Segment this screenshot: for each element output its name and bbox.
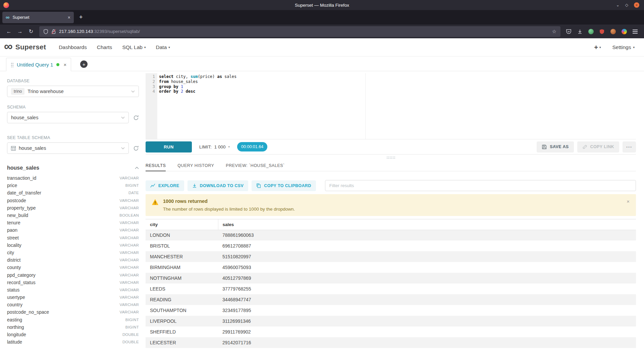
- column-type: BIGINT: [125, 183, 139, 187]
- chevron-down-icon: ▾: [168, 46, 170, 49]
- tracking-protection-shield-icon[interactable]: [43, 29, 48, 34]
- column-type: DOUBLE: [122, 340, 139, 344]
- reload-button[interactable]: ↻: [25, 27, 37, 37]
- chevron-down-icon: [131, 90, 135, 93]
- download-csv-button[interactable]: DOWNLOAD TO CSV: [187, 180, 249, 191]
- table-row: LIVERPOOL31126991346: [146, 316, 636, 326]
- sql-editor[interactable]: 1234 select city, sum(price) as salesfro…: [146, 73, 636, 139]
- explore-button[interactable]: EXPLORE: [146, 180, 184, 191]
- limit-value: 1 000: [214, 144, 226, 149]
- extension-icon[interactable]: [607, 27, 619, 37]
- browser-tab[interactable]: ∞ Superset ×: [2, 12, 74, 23]
- table-row: BRISTOL69612708887: [146, 240, 636, 251]
- insecure-lock-icon[interactable]: [51, 29, 56, 34]
- column-row: northingBIGINT: [7, 323, 139, 331]
- window-minimize-button[interactable]: ⌄: [616, 3, 620, 7]
- header-right: + ▾ Settings ▾: [594, 44, 641, 51]
- copy-link-button[interactable]: COPY LINK: [577, 141, 619, 152]
- settings-menu[interactable]: Settings ▾: [612, 44, 635, 50]
- pocket-icon[interactable]: [563, 27, 574, 37]
- new-tab-button[interactable]: +: [79, 14, 83, 21]
- chevron-down-icon: ▾: [633, 46, 635, 49]
- table-select[interactable]: house_sales: [7, 142, 129, 154]
- drag-dots-icon: [386, 156, 395, 159]
- nav-dashboards[interactable]: Dashboards: [59, 38, 87, 56]
- window-close-button[interactable]: ×: [634, 2, 639, 8]
- table-name[interactable]: house_sales: [7, 165, 39, 171]
- schema-select[interactable]: house_sales: [7, 112, 129, 123]
- copy-clipboard-button[interactable]: COPY TO CLIPBOARD: [252, 180, 316, 191]
- forward-button[interactable]: →: [14, 27, 25, 37]
- column-row: new_buildBOOLEAN: [7, 212, 139, 219]
- window-maximize-button[interactable]: ◇: [625, 3, 628, 7]
- query-tab[interactable]: Untitled Query 1 ×: [6, 58, 71, 71]
- chevron-down-icon: [121, 117, 125, 119]
- filter-results-input[interactable]: [325, 180, 636, 191]
- new-query-tab-button[interactable]: +: [80, 60, 88, 68]
- editor-gutter: 1234: [146, 73, 157, 139]
- column-type: VARCHAR: [120, 206, 139, 210]
- column-name: district: [7, 257, 20, 263]
- database-select[interactable]: trino Trino warehouse: [7, 86, 139, 97]
- table-row: LEEDS37779768255: [146, 283, 636, 294]
- limit-dropdown[interactable]: LIMIT: 1 000 ▾: [199, 144, 230, 149]
- adblocker-shield-icon[interactable]: [596, 27, 607, 37]
- link-icon: [582, 144, 587, 149]
- back-button[interactable]: ←: [3, 27, 14, 37]
- schema-label: SCHEMA: [7, 105, 139, 110]
- table-value: house_sales: [19, 145, 46, 151]
- nav-charts[interactable]: Charts: [97, 38, 112, 56]
- column-name: new_build: [7, 213, 28, 218]
- column-row: postcodeVARCHAR: [7, 197, 139, 204]
- results-header-row: citysales: [146, 219, 636, 230]
- browser-tabstrip: ∞ Superset × +: [0, 10, 644, 25]
- browser-tab-title: Superset: [12, 15, 64, 20]
- refresh-schema-icon[interactable]: [133, 115, 139, 121]
- tab-results[interactable]: RESULTS: [146, 160, 166, 171]
- run-button[interactable]: RUN: [146, 141, 192, 152]
- column-row: usertypeVARCHAR: [7, 294, 139, 301]
- table-schema-label: SEE TABLE SCHEMA: [7, 135, 139, 140]
- collapse-table-icon[interactable]: [135, 167, 139, 169]
- nav-sql-lab[interactable]: SQL Lab ▾: [122, 38, 146, 56]
- column-type: VARCHAR: [120, 221, 139, 225]
- column-row: priceBIGINT: [7, 182, 139, 189]
- chevron-down-icon: ▾: [228, 145, 230, 148]
- nav-data[interactable]: Data ▾: [156, 38, 170, 56]
- bookmark-star-icon[interactable]: ☆: [552, 29, 556, 35]
- more-options-button[interactable]: ···: [623, 141, 636, 152]
- column-row: record_statusVARCHAR: [7, 279, 139, 286]
- column-type: DOUBLE: [122, 333, 139, 337]
- column-name: latitude: [7, 339, 22, 345]
- column-type: VARCHAR: [120, 228, 139, 232]
- column-name: northing: [7, 324, 24, 330]
- pane-resize-handle[interactable]: [146, 155, 636, 160]
- column-type: VARCHAR: [120, 280, 139, 285]
- superset-brand[interactable]: ∞ Superset: [4, 43, 46, 51]
- menu-hamburger-icon[interactable]: [630, 27, 641, 37]
- alert-close-button[interactable]: ×: [627, 199, 630, 204]
- query-tab-close-button[interactable]: ×: [63, 62, 66, 68]
- new-item-button[interactable]: + ▾: [594, 44, 601, 51]
- drag-handle-icon: [11, 62, 13, 67]
- tab-close-icon[interactable]: ×: [68, 15, 70, 20]
- url-bar[interactable]: 217.160.120.143:32393/superset/sqllab/ ☆: [39, 26, 560, 37]
- column-row: streetVARCHAR: [7, 234, 139, 242]
- extension-icon[interactable]: [585, 27, 596, 37]
- editor-code[interactable]: select city, sum(price) as salesfrom hou…: [159, 74, 636, 94]
- window-controls: ⌄ ◇ ×: [616, 2, 644, 8]
- sqllab-sidebar: DATABASE trino Trino warehouse SCHEMA ho…: [0, 71, 146, 350]
- column-name: ppd_category: [7, 272, 36, 278]
- refresh-table-icon[interactable]: [133, 145, 139, 151]
- table-row: SOUTHAMPTON32349177895: [146, 305, 636, 316]
- column-header[interactable]: city: [146, 219, 218, 230]
- tab-query-history[interactable]: QUERY HISTORY: [177, 160, 214, 171]
- tab-preview-house-sales[interactable]: PREVIEW: `HOUSE_SALES`: [226, 160, 284, 171]
- save-as-button[interactable]: SAVE AS: [537, 141, 574, 152]
- code-line: select city, sum(price) as sales: [159, 74, 636, 79]
- column-header[interactable]: sales: [218, 219, 636, 230]
- extension-pinwheel-icon[interactable]: [619, 27, 630, 37]
- column-type: VARCHAR: [120, 258, 139, 262]
- downloads-icon[interactable]: [574, 27, 585, 37]
- rows-returned-alert: 1000 rows returned The number of rows di…: [146, 194, 636, 216]
